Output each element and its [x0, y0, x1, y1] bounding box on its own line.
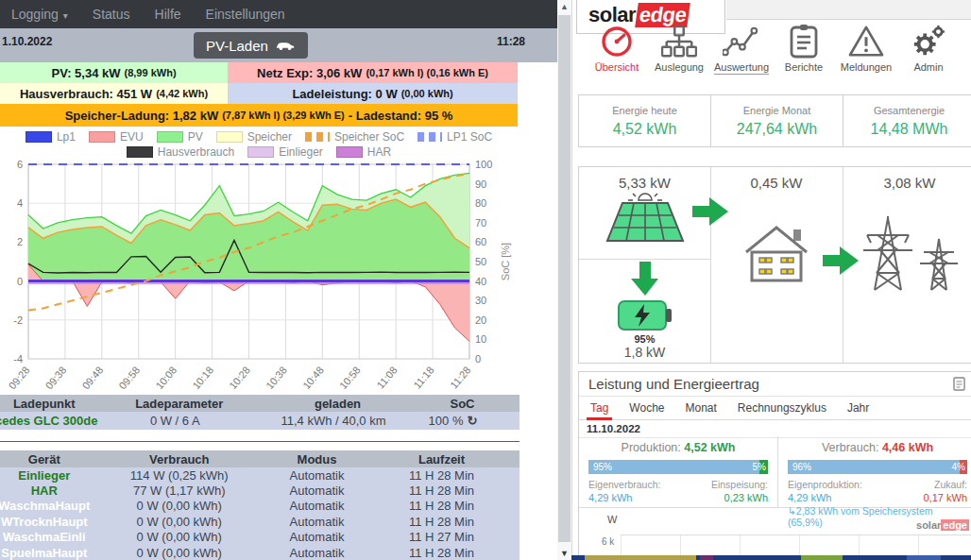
legend-item-lp1[interactable]: Lp1 — [26, 130, 76, 144]
svg-text:10:08: 10:08 — [153, 365, 179, 392]
power-chart: 09:2809:3809:4809:5810:0810:1810:2810:38… — [0, 161, 518, 393]
legend-item-lp1-soc[interactable]: LP1 SoC — [417, 130, 492, 144]
menu-einstellungen[interactable]: Einstellungen — [206, 7, 285, 22]
legend-label: EVU — [120, 130, 144, 144]
production-panel: Produktion: 4,52 kWh 95% 5% Eigenverbrau… — [579, 436, 778, 507]
nav-auslegung[interactable]: Auslegung — [650, 25, 708, 75]
nav-berichte[interactable]: Berichte — [775, 25, 833, 75]
svg-text:09:28: 09:28 — [7, 365, 32, 392]
scroll-down-icon[interactable]: ▼ — [557, 547, 571, 560]
house-power-value: 0,45 kW — [710, 175, 843, 191]
stat-energie-monat: Energie Monat247,64 kWh — [711, 95, 843, 146]
main-nav: Übersicht Auslegung Auswertung Berichte … — [588, 25, 958, 75]
tab-jahr[interactable]: Jahr — [847, 401, 869, 415]
svg-text:10:48: 10:48 — [300, 365, 326, 392]
svg-text:-2: -2 — [13, 314, 23, 326]
svg-text:10:28: 10:28 — [227, 365, 252, 392]
legend-item-har[interactable]: HAR — [336, 145, 391, 159]
refresh-icon[interactable]: ↻ — [467, 414, 477, 428]
svg-text:-4: -4 — [13, 353, 23, 365]
device-cell: Automatik — [270, 499, 364, 514]
legend-item-evu[interactable]: EVU — [89, 130, 144, 144]
svg-text:2: 2 — [17, 236, 23, 247]
report-icon[interactable] — [953, 377, 965, 391]
nav-admin[interactable]: Admin — [899, 25, 958, 75]
vehicle-name: rcedes GLC 300de — [0, 412, 79, 430]
status-row-1: PV: 5,34 kW(8,99 kWh) Netz Exp: 3,06 kW(… — [0, 62, 518, 83]
svg-text:09:38: 09:38 — [43, 365, 69, 392]
legend-item-hausverbrauch[interactable]: Hausverbrauch — [127, 145, 234, 159]
consumption-panel: Verbrauch: 4,46 kWh 96% 4% Eigenprodukti… — [778, 436, 971, 507]
legend-label: Lp1 — [57, 130, 76, 144]
battery-soc-value: 95% — [579, 333, 710, 345]
grid-power-value: 3,08 kW — [843, 175, 971, 191]
device-row: WaschmaHaupt0 W (0,00 kWh)Automatik11 H … — [0, 499, 520, 514]
legend-swatch — [247, 146, 274, 158]
svg-text:60: 60 — [475, 236, 486, 247]
speicher-status: Speicher-Ladung: 1,82 kW(7,87 kWh I) (3,… — [0, 104, 518, 127]
device-cell: HAR — [0, 483, 89, 498]
chart-legend: Lp1EVUPVSpeicherSpeicher SoCLP1 SoC Haus… — [0, 128, 518, 161]
tab-monat[interactable]: Monat — [686, 401, 717, 415]
legend-item-speicher-soc[interactable]: Speicher SoC — [305, 130, 404, 144]
consumption-bar: 96% 4% — [788, 460, 967, 474]
svg-text:11:08: 11:08 — [374, 365, 399, 391]
tab-woche[interactable]: Woche — [629, 401, 664, 415]
scrollbar-thumb[interactable] — [558, 15, 571, 542]
charge-table-row: rcedes GLC 300de 0 W / 6 A 11,4 kWh / 40… — [0, 412, 520, 430]
device-cell: 114 W (0,25 kWh) — [89, 467, 271, 483]
device-cell: Automatik — [270, 545, 364, 560]
legend-swatch — [336, 146, 363, 158]
period-tabs: Tag Woche Monat Rechnungszyklus Jahr — [579, 397, 971, 420]
legend-swatch — [89, 131, 115, 143]
menu-status[interactable]: Status — [93, 7, 130, 22]
menu-logging[interactable]: Logging▾ — [11, 7, 68, 22]
pv-power-value: 5,33 kW — [579, 175, 710, 191]
hausverbrauch-status: Hausverbrauch: 451 W(4,42 kWh) — [0, 83, 228, 104]
nav-uebersicht[interactable]: Übersicht — [588, 25, 646, 75]
time-label: 11:28 — [497, 35, 525, 48]
tab-tag[interactable]: Tag — [590, 401, 608, 415]
window-chrome — [726, 0, 971, 20]
svg-text:SoC [%]: SoC [%] — [500, 243, 511, 280]
solaredge-watermark: solaredge — [916, 516, 969, 533]
ladeleistung-status: Ladeleistung: 0 W(0,00 kWh) — [228, 83, 518, 104]
divider — [0, 441, 520, 442]
device-cell: 11 H 27 Min — [364, 530, 520, 545]
device-cell: SpuelmaHaupt — [0, 545, 89, 560]
gears-icon — [911, 25, 946, 59]
tab-rechnungszyklus[interactable]: Rechnungszyklus — [738, 401, 826, 415]
energy-flow-diagram: 5,33 kW 95% 1,8 kW 0,45 kW 3,08 kW — [578, 166, 971, 364]
device-cell: 11 H 28 Min — [364, 467, 520, 483]
consumption-value: 4,46 kWh — [882, 441, 933, 454]
pv-laden-button[interactable]: PV-Laden — [194, 32, 308, 59]
scrollbar[interactable]: ▲ ▼ — [557, 0, 571, 560]
svg-text:70: 70 — [475, 217, 486, 229]
menu-logging-label: Logging — [11, 7, 59, 22]
charge-table-header: Ladepunkt Ladeparameter geladen SoC — [0, 395, 520, 412]
svg-text:0: 0 — [475, 353, 481, 365]
mini-first-tick: 6 k — [602, 536, 614, 547]
device-table-header: Gerät Verbrauch Modus Laufzeit — [0, 450, 520, 467]
legend-item-einlieger[interactable]: Einlieger — [247, 145, 323, 159]
battery-icon — [618, 299, 673, 331]
house-icon — [741, 222, 812, 284]
svg-text:10: 10 — [475, 333, 486, 345]
legend-item-pv[interactable]: PV — [157, 130, 203, 144]
device-cell: Automatik — [270, 514, 364, 529]
netz-status: Netz Exp: 3,06 kW(0,17 kWh I) (0,16 kWh … — [228, 62, 518, 83]
svg-text:10:38: 10:38 — [264, 365, 289, 392]
section-title: Leistung und Energieertrag — [588, 376, 759, 392]
scroll-up-icon[interactable]: ▲ — [557, 0, 571, 13]
nav-meldungen[interactable]: Meldungen — [837, 25, 895, 75]
flow-col-grid: 3,08 kW — [843, 167, 971, 363]
production-consumption: Produktion: 4,52 kWh 95% 5% Eigenverbrau… — [579, 436, 971, 508]
legend-swatch — [26, 131, 52, 143]
device-row: HAR77 W (1,17 kWh)Automatik11 H 28 Min — [0, 483, 520, 498]
menu-hilfe[interactable]: Hilfe — [155, 7, 181, 22]
nav-auswertung[interactable]: Auswertung — [712, 25, 771, 75]
flow-arrow-house-grid — [823, 246, 859, 275]
device-cell: 0 W (0,00 kWh) — [89, 514, 271, 529]
legend-label: Hausverbrauch — [158, 145, 234, 159]
legend-item-speicher[interactable]: Speicher — [216, 130, 292, 144]
